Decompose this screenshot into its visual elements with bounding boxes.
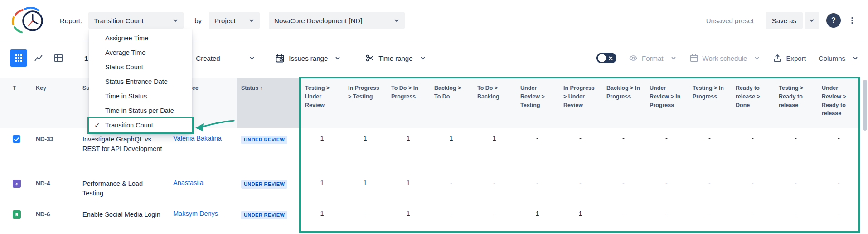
menu-item-status-count[interactable]: Status Count bbox=[89, 60, 192, 74]
issue-row[interactable]: ND-33Investigate GraphQL vs REST for API… bbox=[0, 128, 860, 172]
col-header-transition[interactable]: Under Review > Ready to release bbox=[817, 78, 860, 128]
col-header-transition[interactable]: To Do > Backlog bbox=[473, 78, 516, 128]
chevron-down-icon bbox=[335, 55, 340, 61]
transition-count-value: - bbox=[344, 203, 387, 234]
time-range-label: Time range bbox=[378, 54, 412, 62]
app-logo bbox=[10, 7, 49, 34]
transition-count-value: 1 bbox=[559, 203, 602, 234]
scissors-icon bbox=[366, 54, 374, 62]
transition-count-value: - bbox=[774, 172, 817, 203]
col-header-key[interactable]: Key bbox=[30, 78, 78, 128]
transition-count-value: - bbox=[602, 128, 645, 172]
report-type-menu: Assignee Time Average Time Status Count … bbox=[89, 29, 192, 134]
menu-item-label: Transition Count bbox=[105, 122, 153, 129]
issue-type-cell bbox=[0, 128, 30, 172]
chevron-down-icon bbox=[249, 18, 254, 23]
issue-key[interactable]: ND-6 bbox=[30, 203, 78, 234]
col-header-transition[interactable]: Ready to release > Done bbox=[731, 78, 774, 128]
report-type-dropdown[interactable]: Transition Count bbox=[88, 12, 184, 29]
report-type-value: Transition Count bbox=[94, 17, 144, 24]
transition-count-value: 1 bbox=[344, 128, 387, 172]
col-header-transition[interactable]: Backlog > To Do bbox=[430, 78, 473, 128]
chart-view-button[interactable] bbox=[30, 49, 47, 67]
menu-item-time-in-status[interactable]: Time in Status bbox=[89, 89, 192, 103]
transition-count-value: - bbox=[688, 172, 731, 203]
assignee-link[interactable]: Maksym Denys bbox=[167, 203, 237, 234]
issue-summary[interactable]: Performance & Load Testing bbox=[78, 172, 167, 203]
vertical-dots-icon bbox=[848, 16, 856, 24]
status-cell: UNDER REVIEW bbox=[237, 203, 301, 234]
group-by-dropdown[interactable]: Project bbox=[209, 12, 260, 29]
chevron-down-icon bbox=[249, 55, 255, 61]
pivot-view-button[interactable] bbox=[50, 49, 67, 67]
col-header-transition[interactable]: To Do > In Progress bbox=[387, 78, 430, 128]
created-dropdown[interactable]: Created bbox=[196, 54, 255, 62]
sort-ascending-icon: ↑ bbox=[260, 85, 263, 91]
issue-row[interactable]: ND-4Performance & Load TestingAnastasiia… bbox=[0, 172, 860, 203]
eye-icon bbox=[629, 54, 637, 62]
transition-count-value: - bbox=[688, 128, 731, 172]
issue-row[interactable]: ND-6Enable Social Media LoginMaksym Deny… bbox=[0, 203, 860, 234]
calendar-icon bbox=[690, 54, 698, 62]
toggle-switch[interactable] bbox=[596, 53, 616, 63]
col-header-transition[interactable]: Under Review > In Progress bbox=[645, 78, 688, 128]
col-header-transition[interactable]: Testing > Ready to release bbox=[774, 78, 817, 128]
time-range-dropdown[interactable]: Time range bbox=[366, 54, 425, 62]
grid-icon bbox=[15, 54, 22, 62]
transition-count-value: 1 bbox=[301, 128, 344, 172]
col-header-transition[interactable]: Testing > In Progress bbox=[688, 78, 731, 128]
menu-item-average-time[interactable]: Average Time bbox=[89, 45, 192, 60]
export-icon bbox=[773, 54, 781, 62]
col-header-transition[interactable]: Backlog > In Progress bbox=[602, 78, 645, 128]
chevron-down-icon bbox=[420, 55, 426, 61]
preset-status-text: Unsaved preset bbox=[706, 17, 754, 24]
columns-label: Columns bbox=[819, 54, 845, 62]
transition-count-value: - bbox=[817, 172, 860, 203]
format-dropdown: Format bbox=[629, 54, 676, 62]
issue-key[interactable]: ND-33 bbox=[30, 128, 78, 172]
col-header-transition[interactable]: In Progress > Testing bbox=[344, 78, 387, 128]
vertical-scrollbar[interactable] bbox=[863, 80, 867, 232]
export-label: Export bbox=[786, 54, 805, 62]
work-schedule-label: Work schedule bbox=[703, 54, 747, 62]
more-options-button[interactable] bbox=[846, 12, 858, 29]
work-schedule-dropdown: Work schedule bbox=[690, 54, 760, 62]
transition-count-value: 1 bbox=[387, 203, 430, 234]
transition-count-value: - bbox=[774, 128, 817, 172]
export-button[interactable]: Export bbox=[773, 54, 805, 62]
issue-summary[interactable]: Enable Social Media Login bbox=[78, 203, 167, 234]
col-header-transition[interactable]: Under Review > Testing bbox=[516, 78, 559, 128]
grid-view-button[interactable] bbox=[10, 49, 27, 67]
col-header-type[interactable]: T bbox=[0, 78, 30, 128]
transition-count-value: - bbox=[645, 128, 688, 172]
project-dropdown[interactable]: NovaCore Development [ND] bbox=[269, 12, 405, 29]
transition-count-value: 1 bbox=[301, 203, 344, 234]
col-header-transition[interactable]: In Progress > Under Review bbox=[559, 78, 602, 128]
col-header-transition[interactable]: Testing > Under Review bbox=[301, 78, 344, 128]
columns-dropdown[interactable]: Columns bbox=[819, 54, 858, 62]
chevron-down-icon bbox=[173, 18, 178, 23]
transition-count-value: 1 bbox=[387, 128, 430, 172]
assignee-link[interactable]: Valeriia Bakalina bbox=[167, 128, 237, 172]
save-as-button[interactable]: Save as bbox=[766, 12, 803, 29]
status-cell: UNDER REVIEW bbox=[237, 172, 301, 203]
menu-item-time-in-status-per-date[interactable]: Time in Status per Date bbox=[89, 103, 192, 118]
menu-item-assignee-time[interactable]: Assignee Time bbox=[89, 31, 192, 45]
issue-summary[interactable]: Investigate GraphQL vs REST for API Deve… bbox=[78, 128, 167, 172]
menu-item-status-entrance-date[interactable]: Status Entrance Date bbox=[89, 74, 192, 89]
col-header-status[interactable]: Status ↑ bbox=[237, 78, 301, 128]
issue-type-cell bbox=[0, 172, 30, 203]
issue-type-bolt-icon bbox=[13, 180, 21, 188]
help-button[interactable]: ? bbox=[826, 13, 841, 28]
scrollbar-thumb[interactable] bbox=[863, 80, 867, 131]
checked-checkbox-icon[interactable] bbox=[13, 135, 20, 143]
format-label: Format bbox=[642, 54, 664, 62]
issue-key[interactable]: ND-4 bbox=[30, 172, 78, 203]
issues-range-label: Issues range bbox=[289, 54, 328, 62]
issues-range-dropdown[interactable]: Issues range bbox=[276, 54, 340, 63]
menu-item-transition-count[interactable]: ✓ Transition Count bbox=[89, 118, 192, 132]
report-label: Report: bbox=[60, 17, 82, 24]
assignee-link[interactable]: Anastasiia bbox=[167, 172, 237, 203]
save-options-chevron-button[interactable] bbox=[805, 12, 819, 29]
transition-count-value: - bbox=[731, 128, 774, 172]
